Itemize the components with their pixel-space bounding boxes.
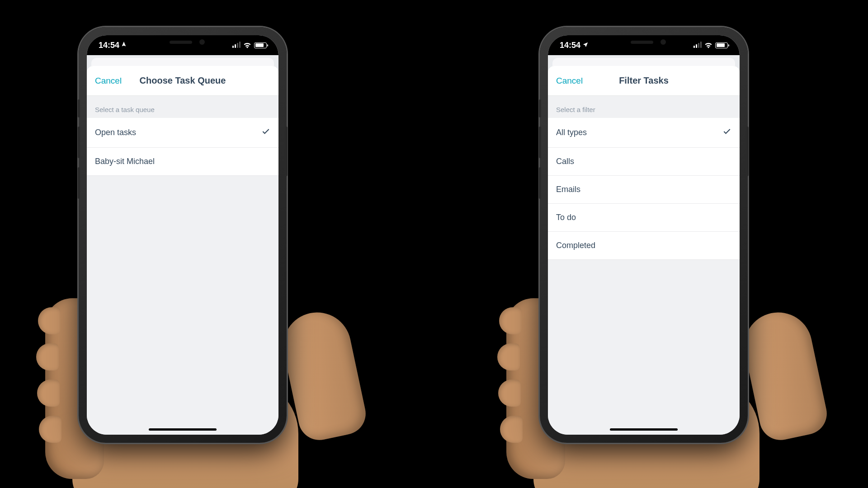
list-item-open-tasks[interactable]: Open tasks (87, 118, 278, 148)
app-content-left: Cancel Choose Task Queue Select a task q… (87, 55, 278, 435)
list-item-label: Calls (556, 157, 574, 166)
list-item-completed[interactable]: Completed (548, 232, 740, 260)
phone-mockup-left: 14:54 (77, 27, 289, 452)
wifi-icon (243, 42, 251, 48)
home-indicator[interactable] (610, 428, 678, 431)
signal-icon (232, 42, 241, 48)
phone-mockup-right: 14:54 (538, 27, 750, 452)
list-item-label: All types (556, 128, 587, 137)
battery-icon (254, 42, 267, 48)
section-header: Select a task queue (87, 96, 278, 118)
nav-header: Cancel Filter Tasks (548, 66, 740, 96)
section-header: Select a filter (548, 96, 740, 118)
modal-sheet: Cancel Choose Task Queue Select a task q… (87, 66, 278, 435)
wifi-icon (704, 42, 712, 48)
location-icon (119, 40, 129, 50)
checkmark-icon (261, 127, 270, 138)
location-icon (582, 41, 589, 50)
list-item-label: Open tasks (95, 128, 136, 137)
home-indicator[interactable] (149, 428, 217, 431)
list-item-label: Completed (556, 241, 595, 250)
status-time: 14:54 (99, 41, 119, 50)
list-item-label: Baby-sit Michael (95, 157, 155, 166)
list-item-todo[interactable]: To do (548, 204, 740, 232)
phone-screen: 14:54 (548, 35, 740, 435)
modal-sheet: Cancel Filter Tasks Select a filter All … (548, 66, 740, 435)
list-item-label: Emails (556, 185, 580, 194)
task-queue-list: Open tasks Baby-sit Michael (87, 118, 278, 176)
signal-icon (693, 42, 702, 48)
cancel-button[interactable]: Cancel (556, 76, 583, 86)
status-time: 14:54 (560, 41, 580, 50)
filter-list: All types Calls Emails To do (548, 118, 740, 260)
list-item-calls[interactable]: Calls (548, 148, 740, 176)
app-content-right: Cancel Filter Tasks Select a filter All … (548, 55, 740, 435)
phone-notch (135, 35, 230, 51)
list-item-label: To do (556, 213, 576, 222)
phone-frame: 14:54 (540, 27, 748, 443)
checkmark-icon (722, 127, 731, 138)
phone-screen: 14:54 (87, 35, 278, 435)
battery-icon (715, 42, 728, 48)
list-item-babysit[interactable]: Baby-sit Michael (87, 148, 278, 176)
phone-notch (596, 35, 691, 51)
cancel-button[interactable]: Cancel (95, 76, 122, 86)
list-item-emails[interactable]: Emails (548, 176, 740, 204)
nav-header: Cancel Choose Task Queue (87, 66, 278, 96)
phone-frame: 14:54 (79, 27, 287, 443)
list-item-all-types[interactable]: All types (548, 118, 740, 148)
